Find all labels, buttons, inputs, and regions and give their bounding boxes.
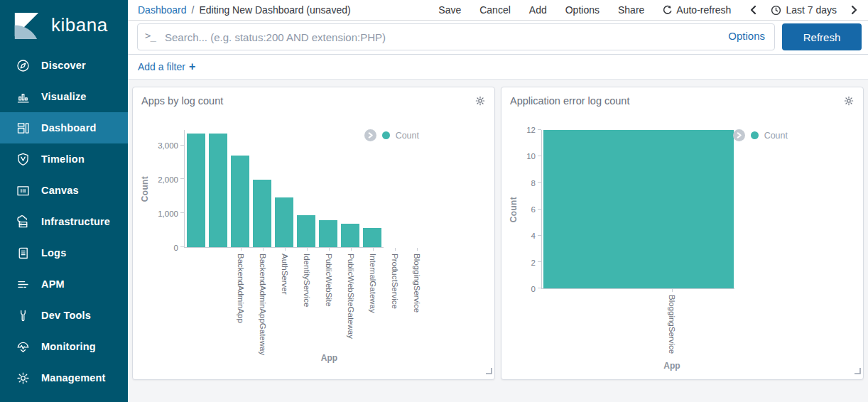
sidebar-item-label: Logs — [41, 247, 66, 259]
bar-chart-apps-by-log-count: Count 01,0002,0003,000 BackendAdminAppBa… — [139, 130, 494, 363]
breadcrumb-dashboard-link[interactable]: Dashboard — [138, 4, 187, 16]
shield-icon — [15, 151, 31, 167]
x-tick-label: BackendAdminAppGateway — [258, 254, 267, 349]
brand-name: kibana — [51, 14, 108, 36]
gear-icon — [15, 370, 31, 386]
bar-InternalGateway[interactable] — [319, 220, 337, 247]
y-tick-label: 8 — [531, 179, 536, 188]
refresh-button[interactable]: Refresh — [782, 23, 862, 50]
bar-BloggingService[interactable] — [363, 228, 381, 247]
panel-title: Apps by log count — [141, 95, 223, 107]
x-tick: AuthServer — [273, 248, 295, 349]
time-navigation: Last 7 days — [749, 4, 858, 16]
time-range-label: Last 7 days — [786, 4, 837, 16]
time-range-picker[interactable]: Last 7 days — [771, 4, 837, 16]
sidebar-item-logs[interactable]: Logs — [0, 237, 128, 268]
x-tick-label: PublicWebSite — [324, 254, 333, 349]
compass-icon — [15, 58, 31, 73]
y-tick-label: 0 — [531, 285, 536, 293]
search-input[interactable] — [137, 23, 775, 50]
kibana-app: kibana DiscoverVisualizeDashboardTimelio… — [0, 0, 868, 402]
bar-slot — [295, 130, 317, 247]
plot-area — [184, 130, 384, 248]
legend-label[interactable]: Count — [764, 131, 788, 141]
sidebar-item-label: Management — [41, 372, 106, 384]
bar-chart-icon — [15, 89, 31, 104]
x-tick: PublicWebSite — [318, 248, 340, 349]
add-filter-button[interactable]: Add a filter + — [138, 61, 195, 72]
search-box: >_ Options — [137, 23, 775, 50]
chevron-right-icon[interactable] — [851, 5, 858, 15]
legend-toggle-icon[interactable] — [733, 129, 745, 141]
y-tick-label: 3,000 — [158, 141, 178, 150]
refresh-cycle-icon — [663, 5, 673, 15]
sidebar-item-infrastructure[interactable]: Infrastructure — [0, 206, 128, 237]
search-bar-row: >_ Options Refresh — [128, 21, 868, 55]
legend-color-dot[interactable] — [382, 131, 390, 139]
sidebar-item-dashboard[interactable]: Dashboard — [0, 112, 128, 143]
bar-BackendAdminApp[interactable] — [187, 134, 205, 247]
x-tick: PublicWebSiteGateway — [340, 248, 362, 349]
frame-icon — [15, 183, 31, 198]
menu-add[interactable]: Add — [529, 4, 547, 16]
y-tick-label: 4 — [531, 232, 536, 240]
panel-resize-handle[interactable] — [485, 364, 492, 377]
plus-icon: + — [189, 61, 195, 72]
legend-color-dot[interactable] — [751, 131, 759, 139]
x-tick: BackendAdminAppGateway — [251, 248, 273, 349]
legend-toggle-icon[interactable] — [364, 129, 376, 141]
menu-options[interactable]: Options — [565, 4, 600, 16]
bar-BloggingService[interactable] — [543, 130, 734, 288]
dashboard-grid: Apps by log count Count 01,0002,0003,000 — [128, 80, 868, 402]
sidebar-nav: DiscoverVisualizeDashboardTimelionCanvas… — [0, 50, 128, 393]
sidebar-item-timelion[interactable]: Timelion — [0, 143, 128, 175]
y-tick-label: 6 — [531, 205, 536, 214]
y-tick-mark — [538, 182, 541, 183]
x-tick: BloggingService — [406, 248, 428, 349]
bar-PublicWebSite[interactable] — [275, 197, 293, 247]
sidebar-item-visualize[interactable]: Visualize — [0, 81, 128, 112]
main-area: Dashboard / Editing New Dashboard (unsav… — [128, 0, 868, 402]
x-tick: ProductService — [384, 248, 406, 349]
brand[interactable]: kibana — [0, 0, 128, 50]
sidebar-item-monitoring[interactable]: Monitoring — [0, 331, 128, 362]
sidebar: kibana DiscoverVisualizeDashboardTimelio… — [0, 0, 128, 402]
x-tick-label: InternalGateway — [368, 254, 377, 349]
top-menu: SaveCancelAddOptionsShare Auto-refresh — [438, 4, 858, 16]
sidebar-item-management[interactable]: Management — [0, 362, 128, 393]
menu-share[interactable]: Share — [618, 4, 644, 16]
y-tick-label: 10 — [526, 152, 536, 161]
bar-PublicWebSiteGateway[interactable] — [297, 215, 315, 247]
bar-AuthServer[interactable] — [231, 156, 249, 247]
auto-refresh-button[interactable]: Auto-refresh — [663, 4, 731, 16]
y-tick-mark — [538, 288, 541, 288]
panel-resize-handle[interactable] — [854, 364, 861, 377]
auto-refresh-label: Auto-refresh — [676, 4, 731, 16]
x-tick: IdentityService — [295, 248, 318, 349]
sidebar-item-label: Canvas — [41, 185, 79, 196]
bar-BackendAdminAppGateway[interactable] — [209, 134, 227, 247]
y-axis-title: Count — [140, 176, 150, 202]
sidebar-item-label: Discover — [41, 60, 86, 71]
legend-label[interactable]: Count — [396, 131, 419, 141]
bar-IdentityService[interactable] — [253, 180, 271, 247]
bar-slot — [273, 130, 295, 247]
panel-header: Application error log count — [501, 87, 863, 107]
sidebar-item-canvas[interactable]: Canvas — [0, 175, 128, 206]
search-options-link[interactable]: Options — [728, 30, 765, 42]
y-tick-label: 12 — [526, 126, 536, 134]
menu-save[interactable]: Save — [438, 4, 461, 16]
panel-options-gear-icon[interactable] — [474, 95, 486, 107]
panel-options-gear-icon[interactable] — [843, 95, 855, 107]
y-tick-mark — [538, 209, 541, 210]
sidebar-item-dev-tools[interactable]: Dev Tools — [0, 300, 128, 331]
y-tick-label: 2,000 — [158, 175, 178, 184]
bar-ProductService[interactable] — [341, 224, 359, 247]
bar-slot — [229, 130, 251, 247]
y-axis: 01,0002,0003,000 — [151, 130, 184, 248]
scroll-icon — [15, 245, 31, 261]
chevron-left-icon[interactable] — [749, 5, 756, 15]
sidebar-item-apm[interactable]: APM — [0, 268, 128, 300]
menu-cancel[interactable]: Cancel — [479, 4, 511, 16]
sidebar-item-discover[interactable]: Discover — [0, 50, 128, 81]
